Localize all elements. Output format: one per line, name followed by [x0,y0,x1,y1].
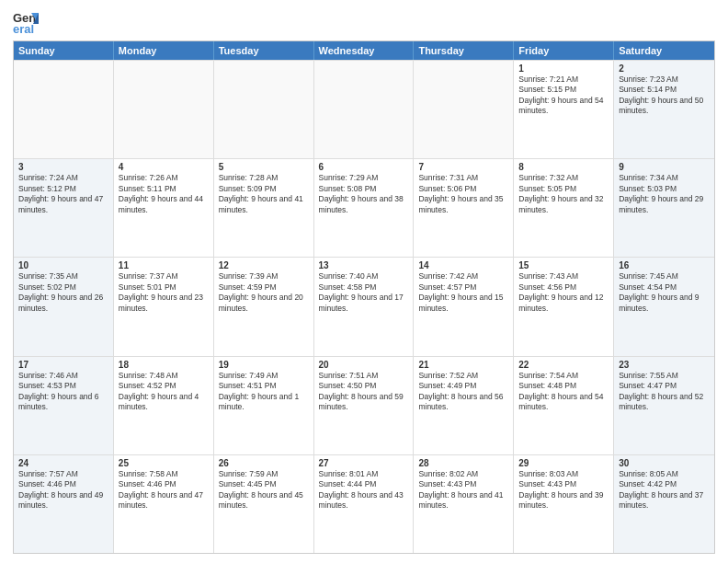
calendar-cell-day-15: 15Sunrise: 7:43 AM Sunset: 4:56 PM Dayli… [514,258,614,355]
calendar-cell-day-5: 5Sunrise: 7:28 AM Sunset: 5:09 PM Daylig… [214,159,314,257]
day-number: 10 [18,260,108,270]
day-number: 21 [418,360,508,370]
page-header: Gen eral [13,9,715,35]
day-number: 9 [619,162,710,172]
day-info: Sunrise: 7:34 AM Sunset: 5:03 PM Dayligh… [619,173,710,215]
calendar-cell-day-3: 3Sunrise: 7:24 AM Sunset: 5:12 PM Daylig… [14,159,114,257]
calendar-cell-day-2: 2Sunrise: 7:23 AM Sunset: 5:14 PM Daylig… [614,61,714,158]
day-number: 24 [18,458,108,468]
day-number: 5 [219,162,309,172]
calendar-cell-day-27: 27Sunrise: 8:01 AM Sunset: 4:44 PM Dayli… [314,455,415,553]
day-number: 17 [18,360,108,370]
calendar-row-2: 3Sunrise: 7:24 AM Sunset: 5:12 PM Daylig… [14,158,714,257]
calendar-cell-day-9: 9Sunrise: 7:34 AM Sunset: 5:03 PM Daylig… [614,159,714,257]
calendar-cell-day-7: 7Sunrise: 7:31 AM Sunset: 5:06 PM Daylig… [414,159,514,257]
calendar-cell-empty [414,61,514,158]
calendar-row-5: 24Sunrise: 7:57 AM Sunset: 4:46 PM Dayli… [14,454,714,553]
day-number: 26 [219,458,309,468]
day-info: Sunrise: 7:46 AM Sunset: 4:53 PM Dayligh… [18,371,108,413]
day-number: 19 [219,360,309,370]
day-number: 16 [619,260,710,270]
day-number: 14 [418,260,508,270]
day-info: Sunrise: 7:49 AM Sunset: 4:51 PM Dayligh… [219,371,309,413]
day-info: Sunrise: 7:21 AM Sunset: 5:15 PM Dayligh… [518,75,609,117]
logo: Gen eral [13,9,42,35]
calendar-cell-day-10: 10Sunrise: 7:35 AM Sunset: 5:02 PM Dayli… [14,258,114,355]
day-number: 29 [518,458,609,468]
calendar-cell-day-8: 8Sunrise: 7:32 AM Sunset: 5:05 PM Daylig… [514,159,614,257]
day-info: Sunrise: 7:48 AM Sunset: 4:52 PM Dayligh… [119,371,209,413]
calendar-cell-day-12: 12Sunrise: 7:39 AM Sunset: 4:59 PM Dayli… [214,258,314,355]
day-info: Sunrise: 8:01 AM Sunset: 4:44 PM Dayligh… [319,469,409,511]
day-info: Sunrise: 7:57 AM Sunset: 4:46 PM Dayligh… [18,469,108,511]
day-header-monday: Monday [114,41,214,60]
calendar-cell-day-26: 26Sunrise: 7:59 AM Sunset: 4:45 PM Dayli… [214,455,314,553]
calendar-cell-day-24: 24Sunrise: 7:57 AM Sunset: 4:46 PM Dayli… [14,455,114,553]
day-info: Sunrise: 7:52 AM Sunset: 4:49 PM Dayligh… [418,371,508,413]
day-info: Sunrise: 7:40 AM Sunset: 4:58 PM Dayligh… [319,271,409,314]
day-info: Sunrise: 7:42 AM Sunset: 4:57 PM Dayligh… [418,271,508,314]
calendar-cell-day-19: 19Sunrise: 7:49 AM Sunset: 4:51 PM Dayli… [214,357,314,454]
calendar-cell-day-6: 6Sunrise: 7:29 AM Sunset: 5:08 PM Daylig… [314,159,415,257]
calendar-cell-day-22: 22Sunrise: 7:54 AM Sunset: 4:48 PM Dayli… [514,357,614,454]
calendar: SundayMondayTuesdayWednesdayThursdayFrid… [13,40,715,554]
day-info: Sunrise: 7:43 AM Sunset: 4:56 PM Dayligh… [518,271,609,314]
day-info: Sunrise: 7:31 AM Sunset: 5:06 PM Dayligh… [418,173,508,215]
day-number: 2 [619,63,710,74]
day-number: 28 [418,458,508,468]
calendar-cell-day-4: 4Sunrise: 7:26 AM Sunset: 5:11 PM Daylig… [114,159,214,257]
calendar-cell-day-30: 30Sunrise: 8:05 AM Sunset: 4:42 PM Dayli… [614,455,714,553]
calendar-cell-day-13: 13Sunrise: 7:40 AM Sunset: 4:58 PM Dayli… [314,258,415,355]
day-number: 6 [319,162,409,172]
calendar-cell-day-18: 18Sunrise: 7:48 AM Sunset: 4:52 PM Dayli… [114,357,214,454]
day-info: Sunrise: 7:23 AM Sunset: 5:14 PM Dayligh… [619,75,710,117]
day-info: Sunrise: 7:29 AM Sunset: 5:08 PM Dayligh… [319,173,409,215]
calendar-cell-day-1: 1Sunrise: 7:21 AM Sunset: 5:15 PM Daylig… [514,61,614,158]
day-info: Sunrise: 7:28 AM Sunset: 5:09 PM Dayligh… [219,173,309,215]
svg-text:eral: eral [13,22,34,35]
day-info: Sunrise: 8:05 AM Sunset: 4:42 PM Dayligh… [619,469,710,511]
day-number: 23 [619,360,710,370]
day-number: 15 [518,260,609,270]
day-header-tuesday: Tuesday [214,41,314,60]
day-info: Sunrise: 7:59 AM Sunset: 4:45 PM Dayligh… [219,469,309,511]
calendar-row-4: 17Sunrise: 7:46 AM Sunset: 4:53 PM Dayli… [14,356,714,454]
day-info: Sunrise: 7:35 AM Sunset: 5:02 PM Dayligh… [18,271,108,314]
calendar-cell-day-20: 20Sunrise: 7:51 AM Sunset: 4:50 PM Dayli… [314,357,415,454]
calendar-cell-empty [214,61,314,158]
day-info: Sunrise: 7:58 AM Sunset: 4:46 PM Dayligh… [119,469,209,511]
day-number: 20 [319,360,409,370]
day-number: 27 [319,458,409,468]
day-number: 8 [518,162,609,172]
calendar-row-3: 10Sunrise: 7:35 AM Sunset: 5:02 PM Dayli… [14,257,714,355]
day-header-sunday: Sunday [14,41,114,60]
calendar-cell-day-29: 29Sunrise: 8:03 AM Sunset: 4:43 PM Dayli… [514,455,614,553]
calendar-cell-day-28: 28Sunrise: 8:02 AM Sunset: 4:43 PM Dayli… [414,455,514,553]
calendar-cell-day-25: 25Sunrise: 7:58 AM Sunset: 4:46 PM Dayli… [114,455,214,553]
day-info: Sunrise: 7:51 AM Sunset: 4:50 PM Dayligh… [319,371,409,413]
day-info: Sunrise: 7:26 AM Sunset: 5:11 PM Dayligh… [119,173,209,215]
logo-icon: Gen eral [13,9,39,35]
day-info: Sunrise: 8:02 AM Sunset: 4:43 PM Dayligh… [418,469,508,511]
day-number: 4 [119,162,209,172]
day-number: 3 [18,162,108,172]
calendar-cell-empty [114,61,214,158]
calendar-cell-empty [14,61,114,158]
calendar-cell-day-23: 23Sunrise: 7:55 AM Sunset: 4:47 PM Dayli… [614,357,714,454]
day-info: Sunrise: 7:39 AM Sunset: 4:59 PM Dayligh… [219,271,309,314]
day-info: Sunrise: 8:03 AM Sunset: 4:43 PM Dayligh… [518,469,609,511]
day-info: Sunrise: 7:45 AM Sunset: 4:54 PM Dayligh… [619,271,710,314]
day-header-friday: Friday [514,41,614,60]
calendar-cell-day-14: 14Sunrise: 7:42 AM Sunset: 4:57 PM Dayli… [414,258,514,355]
day-info: Sunrise: 7:32 AM Sunset: 5:05 PM Dayligh… [518,173,609,215]
calendar-cell-day-17: 17Sunrise: 7:46 AM Sunset: 4:53 PM Dayli… [14,357,114,454]
day-info: Sunrise: 7:24 AM Sunset: 5:12 PM Dayligh… [18,173,108,215]
day-header-saturday: Saturday [614,41,714,60]
day-number: 11 [119,260,209,270]
day-header-wednesday: Wednesday [314,41,415,60]
calendar-row-1: 1Sunrise: 7:21 AM Sunset: 5:15 PM Daylig… [14,60,714,158]
calendar-cell-day-16: 16Sunrise: 7:45 AM Sunset: 4:54 PM Dayli… [614,258,714,355]
calendar-header: SundayMondayTuesdayWednesdayThursdayFrid… [14,41,714,60]
day-info: Sunrise: 7:37 AM Sunset: 5:01 PM Dayligh… [119,271,209,314]
day-header-thursday: Thursday [414,41,514,60]
